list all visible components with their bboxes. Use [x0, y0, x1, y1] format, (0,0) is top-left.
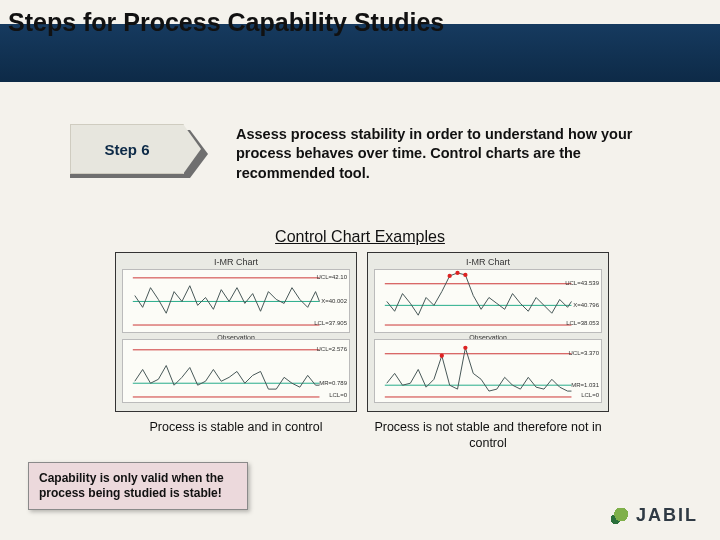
callout-note: Capability is only valid when the proces…: [28, 462, 248, 510]
center-label: X=40.796: [573, 302, 599, 308]
svg-point-16: [463, 346, 467, 350]
examples-heading: Control Chart Examples: [0, 228, 720, 246]
brand-logo: JABIL: [608, 505, 698, 526]
center-label: MR=1.031: [571, 382, 599, 388]
panel-mr-stable: UCL=2.576 MR=0.789 LCL=0: [122, 339, 350, 403]
center-label: MR=0.789: [319, 380, 347, 386]
panel-individual-stable: UCL=42.10 X=40.002 LCL=37.905 Observatio…: [122, 269, 350, 333]
brand-wordmark: JABIL: [636, 505, 698, 526]
step-row: Step 6 Assess process stability in order…: [70, 120, 680, 188]
charts-row: I-MR Chart UCL=42.10 X=40.002 LCL=37.905…: [115, 252, 609, 412]
chart-title: I-MR Chart: [374, 257, 602, 267]
chart-captions: Process is stable and in control Process…: [115, 420, 609, 451]
chart-card-unstable: I-MR Chart UCL=43.539 X=40.796 LCL=38.05…: [367, 252, 609, 412]
brand-mark-icon: [608, 508, 630, 524]
lcl-label: LCL=38.053: [566, 320, 599, 326]
center-label: X=40.002: [321, 298, 347, 304]
panel-individual-unstable: UCL=43.539 X=40.796 LCL=38.053 Observati…: [374, 269, 602, 333]
ucl-label: UCL=3.370: [568, 350, 599, 356]
caption-unstable: Process is not stable and therefore not …: [367, 420, 609, 451]
step-badge: Step 6: [70, 120, 200, 188]
ucl-label: UCL=2.576: [316, 346, 347, 352]
svg-point-11: [463, 273, 467, 277]
step-description: Assess process stability in order to und…: [236, 125, 680, 184]
panel-mr-unstable: UCL=3.370 MR=1.031 LCL=0: [374, 339, 602, 403]
lcl-label: LCL=0: [581, 392, 599, 398]
lcl-label: LCL=0: [329, 392, 347, 398]
chart-svg: [375, 340, 601, 403]
chart-svg: [123, 340, 349, 403]
caption-stable: Process is stable and in control: [115, 420, 357, 451]
ucl-label: UCL=42.10: [316, 274, 347, 280]
ucl-label: UCL=43.539: [565, 280, 599, 286]
chart-title: I-MR Chart: [122, 257, 350, 267]
lcl-label: LCL=37.905: [314, 320, 347, 326]
svg-point-10: [455, 271, 459, 275]
svg-point-9: [448, 274, 452, 278]
svg-point-15: [440, 354, 444, 358]
step-badge-label: Step 6: [70, 124, 184, 174]
page-title: Steps for Process Capability Studies: [8, 8, 444, 37]
slide: Steps for Process Capability Studies Ste…: [0, 0, 720, 540]
chart-card-stable: I-MR Chart UCL=42.10 X=40.002 LCL=37.905…: [115, 252, 357, 412]
